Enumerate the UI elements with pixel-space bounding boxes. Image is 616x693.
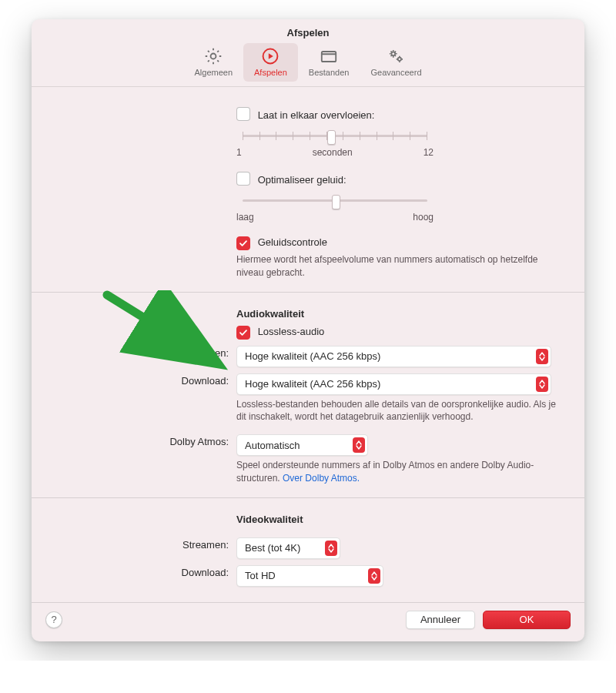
tab-playback[interactable]: Afspelen <box>243 43 298 82</box>
svg-point-3 <box>392 52 396 55</box>
tab-label: Geavanceerd <box>370 68 421 77</box>
soundcheck-help: Hiermee wordt het afspeelvolume van numm… <box>236 253 564 280</box>
folder-icon <box>319 46 339 66</box>
ok-button[interactable]: OK <box>483 611 571 629</box>
slider-max-label: 12 <box>424 147 434 158</box>
select-value: Best (tot 4K) <box>245 542 300 554</box>
tab-label: Bestanden <box>309 68 350 77</box>
slider-high-label: hoog <box>413 212 434 223</box>
divider <box>32 497 584 498</box>
tab-general[interactable]: Algemeen <box>183 43 243 82</box>
tab-label: Algemeen <box>194 68 233 77</box>
svg-point-0 <box>211 54 216 59</box>
select-value: Tot HD <box>245 570 276 581</box>
lossless-checkbox[interactable] <box>236 326 250 340</box>
slider-mid-label: seconden <box>313 147 353 158</box>
check-icon <box>239 328 248 337</box>
audio-quality-heading: Audiokwaliteit <box>236 308 564 320</box>
check-icon <box>239 239 248 248</box>
lossless-help: Lossless-bestanden behouden alle details… <box>236 398 564 424</box>
dolby-link[interactable]: Over Dolby Atmos. <box>283 473 360 484</box>
divider <box>32 292 584 293</box>
dolby-atmos-select[interactable]: Automatisch <box>236 434 368 456</box>
updown-icon <box>536 377 548 392</box>
stream-quality-select[interactable]: Hoge kwaliteit (AAC 256 kbps) <box>236 346 551 367</box>
gear-icon <box>203 46 223 66</box>
slider-low-label: laag <box>236 212 254 223</box>
svg-point-4 <box>398 58 401 61</box>
preferences-window: Afspelen Algemeen Afspelen Bestanden <box>32 19 584 641</box>
optimize-checkbox[interactable] <box>236 172 250 186</box>
gears-icon <box>386 46 406 66</box>
cancel-button[interactable]: Annuleer <box>406 611 475 629</box>
tab-files[interactable]: Bestanden <box>298 43 360 82</box>
updown-icon <box>325 541 337 556</box>
soundcheck-checkbox[interactable] <box>236 236 250 250</box>
select-value: Hoge kwaliteit (AAC 256 kbps) <box>245 378 380 390</box>
crossfade-checkbox[interactable] <box>236 107 250 121</box>
svg-rect-2 <box>322 52 336 62</box>
crossfade-slider[interactable] <box>243 129 427 146</box>
window-title: Afspelen <box>32 19 584 42</box>
help-button[interactable]: ? <box>45 611 62 628</box>
tab-advanced[interactable]: Geavanceerd <box>360 43 432 82</box>
dolby-help: Speel ondersteunde nummers af in Dolby A… <box>236 459 564 485</box>
dolby-label: Dolby Atmos: <box>52 434 236 447</box>
stream-label: Streamen: <box>52 346 236 359</box>
video-download-select[interactable]: Tot HD <box>236 565 383 587</box>
video-download-label: Download: <box>52 565 236 578</box>
updown-icon <box>536 349 548 364</box>
slider-min-label: 1 <box>236 147 242 158</box>
updown-icon <box>353 437 365 453</box>
optimize-slider[interactable] <box>243 193 427 210</box>
optimize-label: Optimaliseer geluid: <box>258 174 346 186</box>
video-stream-select[interactable]: Best (tot 4K) <box>236 537 340 559</box>
play-circle-icon <box>260 46 280 66</box>
soundcheck-label: Geluidscontrole <box>258 236 327 248</box>
select-value: Automatisch <box>245 440 300 451</box>
video-stream-label: Streamen: <box>52 537 236 551</box>
tab-label: Afspelen <box>254 68 287 77</box>
download-quality-select[interactable]: Hoge kwaliteit (AAC 256 kbps) <box>236 373 551 395</box>
updown-icon <box>368 568 380 584</box>
crossfade-label: Laat in elkaar overvloeien: <box>258 109 375 121</box>
download-label: Download: <box>52 373 236 387</box>
lossless-label: Lossless-audio <box>258 326 325 337</box>
toolbar-tabs: Algemeen Afspelen Bestanden Geavanceerd <box>32 42 584 87</box>
select-value: Hoge kwaliteit (AAC 256 kbps) <box>245 350 380 362</box>
video-quality-heading: Videokwaliteit <box>236 514 564 525</box>
